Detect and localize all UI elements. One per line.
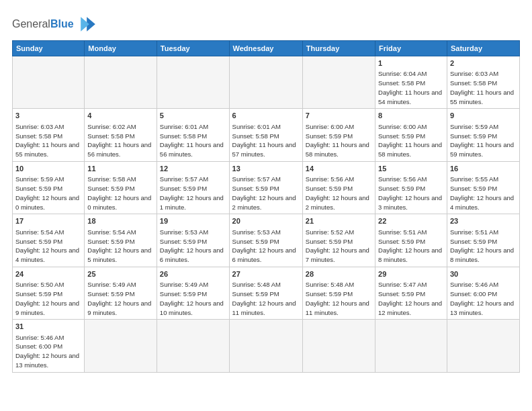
calendar-week-row: 3Sunrise: 6:03 AM Sunset: 5:58 PM Daylig… xyxy=(13,109,520,161)
day-number: 6 xyxy=(232,111,300,121)
day-number: 17 xyxy=(15,216,81,226)
day-number: 1 xyxy=(378,58,444,68)
calendar-cell: 23Sunrise: 5:51 AM Sunset: 5:59 PM Dayli… xyxy=(447,214,519,267)
day-number: 20 xyxy=(232,216,300,226)
day-info: Sunrise: 5:51 AM Sunset: 5:59 PM Dayligh… xyxy=(450,228,517,265)
weekday-header-friday: Friday xyxy=(375,41,447,56)
day-number: 3 xyxy=(15,111,81,121)
day-info: Sunrise: 5:59 AM Sunset: 5:59 PM Dayligh… xyxy=(450,122,517,159)
day-number: 4 xyxy=(87,111,154,121)
day-number: 30 xyxy=(450,269,517,279)
day-number: 19 xyxy=(160,216,226,226)
calendar-cell: 6Sunrise: 6:01 AM Sunset: 5:58 PM Daylig… xyxy=(229,109,302,161)
day-info: Sunrise: 5:49 AM Sunset: 5:59 PM Dayligh… xyxy=(160,280,226,317)
day-number: 31 xyxy=(15,322,81,332)
calendar-cell: 17Sunrise: 5:54 AM Sunset: 5:59 PM Dayli… xyxy=(13,214,85,267)
page: GeneralBlue SundayMondayTuesdayWednesday… xyxy=(0,0,532,411)
day-number: 10 xyxy=(15,164,81,174)
calendar-cell: 31Sunrise: 5:46 AM Sunset: 6:00 PM Dayli… xyxy=(13,320,85,372)
calendar-cell: 7Sunrise: 6:00 AM Sunset: 5:59 PM Daylig… xyxy=(302,109,375,161)
weekday-header-sunday: Sunday xyxy=(13,41,85,56)
day-number: 9 xyxy=(450,111,517,121)
calendar-cell xyxy=(302,320,375,372)
day-info: Sunrise: 5:57 AM Sunset: 5:59 PM Dayligh… xyxy=(232,175,300,212)
day-number: 23 xyxy=(450,216,517,226)
calendar-cell: 11Sunrise: 5:58 AM Sunset: 5:59 PM Dayli… xyxy=(85,161,157,214)
day-info: Sunrise: 5:49 AM Sunset: 5:59 PM Dayligh… xyxy=(87,280,154,317)
calendar-cell xyxy=(229,56,302,109)
day-info: Sunrise: 5:53 AM Sunset: 5:59 PM Dayligh… xyxy=(232,228,300,265)
day-info: Sunrise: 5:55 AM Sunset: 5:59 PM Dayligh… xyxy=(450,175,517,212)
day-info: Sunrise: 6:02 AM Sunset: 5:58 PM Dayligh… xyxy=(87,122,154,159)
weekday-header-wednesday: Wednesday xyxy=(229,41,302,56)
calendar-cell: 27Sunrise: 5:48 AM Sunset: 5:59 PM Dayli… xyxy=(229,267,302,319)
day-info: Sunrise: 5:51 AM Sunset: 5:59 PM Dayligh… xyxy=(378,228,444,265)
calendar-cell xyxy=(157,56,229,109)
day-number: 15 xyxy=(378,164,444,174)
calendar-cell: 15Sunrise: 5:56 AM Sunset: 5:59 PM Dayli… xyxy=(375,161,447,214)
calendar-header-row: SundayMondayTuesdayWednesdayThursdayFrid… xyxy=(13,41,520,56)
calendar-cell: 21Sunrise: 5:52 AM Sunset: 5:59 PM Dayli… xyxy=(302,214,375,267)
day-info: Sunrise: 5:58 AM Sunset: 5:59 PM Dayligh… xyxy=(87,175,154,212)
day-info: Sunrise: 6:03 AM Sunset: 5:58 PM Dayligh… xyxy=(15,122,81,159)
day-info: Sunrise: 6:03 AM Sunset: 5:58 PM Dayligh… xyxy=(450,69,517,106)
calendar-cell xyxy=(302,56,375,109)
calendar-cell xyxy=(375,320,447,372)
day-number: 14 xyxy=(306,164,372,174)
day-number: 7 xyxy=(306,111,372,121)
day-info: Sunrise: 5:59 AM Sunset: 5:59 PM Dayligh… xyxy=(15,175,81,212)
calendar-table: SundayMondayTuesdayWednesdayThursdayFrid… xyxy=(12,40,520,373)
calendar-cell: 29Sunrise: 5:47 AM Sunset: 5:59 PM Dayli… xyxy=(375,267,447,319)
day-number: 16 xyxy=(450,164,517,174)
calendar-cell: 12Sunrise: 5:57 AM Sunset: 5:59 PM Dayli… xyxy=(157,161,229,214)
day-info: Sunrise: 5:53 AM Sunset: 5:59 PM Dayligh… xyxy=(160,228,226,265)
day-number: 29 xyxy=(378,269,444,279)
weekday-header-saturday: Saturday xyxy=(447,41,519,56)
day-number: 26 xyxy=(160,269,226,279)
calendar-cell xyxy=(13,56,85,109)
calendar-week-row: 1Sunrise: 6:04 AM Sunset: 5:58 PM Daylig… xyxy=(13,56,520,109)
calendar-cell: 26Sunrise: 5:49 AM Sunset: 5:59 PM Dayli… xyxy=(157,267,229,319)
day-info: Sunrise: 5:57 AM Sunset: 5:59 PM Dayligh… xyxy=(160,175,226,212)
day-info: Sunrise: 5:52 AM Sunset: 5:59 PM Dayligh… xyxy=(306,228,372,265)
calendar-cell: 4Sunrise: 6:02 AM Sunset: 5:58 PM Daylig… xyxy=(85,109,157,161)
day-number: 27 xyxy=(232,269,300,279)
day-number: 22 xyxy=(378,216,444,226)
day-number: 2 xyxy=(450,58,517,68)
day-number: 5 xyxy=(160,111,226,121)
calendar-cell xyxy=(447,320,519,372)
day-info: Sunrise: 6:04 AM Sunset: 5:58 PM Dayligh… xyxy=(378,69,444,106)
day-info: Sunrise: 5:56 AM Sunset: 5:59 PM Dayligh… xyxy=(306,175,372,212)
calendar-cell: 14Sunrise: 5:56 AM Sunset: 5:59 PM Dayli… xyxy=(302,161,375,214)
weekday-header-tuesday: Tuesday xyxy=(157,41,229,56)
day-info: Sunrise: 5:48 AM Sunset: 5:59 PM Dayligh… xyxy=(232,280,300,317)
calendar-cell: 18Sunrise: 5:54 AM Sunset: 5:59 PM Dayli… xyxy=(85,214,157,267)
weekday-header-thursday: Thursday xyxy=(302,41,375,56)
calendar-cell: 20Sunrise: 5:53 AM Sunset: 5:59 PM Dayli… xyxy=(229,214,302,267)
day-number: 13 xyxy=(232,164,300,174)
day-info: Sunrise: 5:50 AM Sunset: 5:59 PM Dayligh… xyxy=(15,280,81,317)
logo-icon xyxy=(76,12,100,36)
calendar-cell xyxy=(229,320,302,372)
day-info: Sunrise: 5:56 AM Sunset: 5:59 PM Dayligh… xyxy=(378,175,444,212)
day-number: 24 xyxy=(15,269,81,279)
logo: GeneralBlue xyxy=(12,12,100,36)
weekday-header-monday: Monday xyxy=(85,41,157,56)
day-info: Sunrise: 5:54 AM Sunset: 5:59 PM Dayligh… xyxy=(15,228,81,265)
calendar-week-row: 24Sunrise: 5:50 AM Sunset: 5:59 PM Dayli… xyxy=(13,267,520,319)
day-number: 11 xyxy=(87,164,154,174)
calendar-cell: 22Sunrise: 5:51 AM Sunset: 5:59 PM Dayli… xyxy=(375,214,447,267)
logo-text: GeneralBlue xyxy=(12,18,74,30)
day-info: Sunrise: 5:46 AM Sunset: 6:00 PM Dayligh… xyxy=(15,333,81,370)
calendar-cell: 25Sunrise: 5:49 AM Sunset: 5:59 PM Dayli… xyxy=(85,267,157,319)
day-info: Sunrise: 5:47 AM Sunset: 5:59 PM Dayligh… xyxy=(378,280,444,317)
day-info: Sunrise: 6:01 AM Sunset: 5:58 PM Dayligh… xyxy=(160,122,226,159)
calendar-cell: 10Sunrise: 5:59 AM Sunset: 5:59 PM Dayli… xyxy=(13,161,85,214)
day-info: Sunrise: 5:54 AM Sunset: 5:59 PM Dayligh… xyxy=(87,228,154,265)
calendar-cell: 13Sunrise: 5:57 AM Sunset: 5:59 PM Dayli… xyxy=(229,161,302,214)
calendar-cell xyxy=(85,320,157,372)
calendar-cell: 8Sunrise: 6:00 AM Sunset: 5:59 PM Daylig… xyxy=(375,109,447,161)
day-info: Sunrise: 6:00 AM Sunset: 5:59 PM Dayligh… xyxy=(306,122,372,159)
calendar-cell: 24Sunrise: 5:50 AM Sunset: 5:59 PM Dayli… xyxy=(13,267,85,319)
calendar-cell xyxy=(157,320,229,372)
